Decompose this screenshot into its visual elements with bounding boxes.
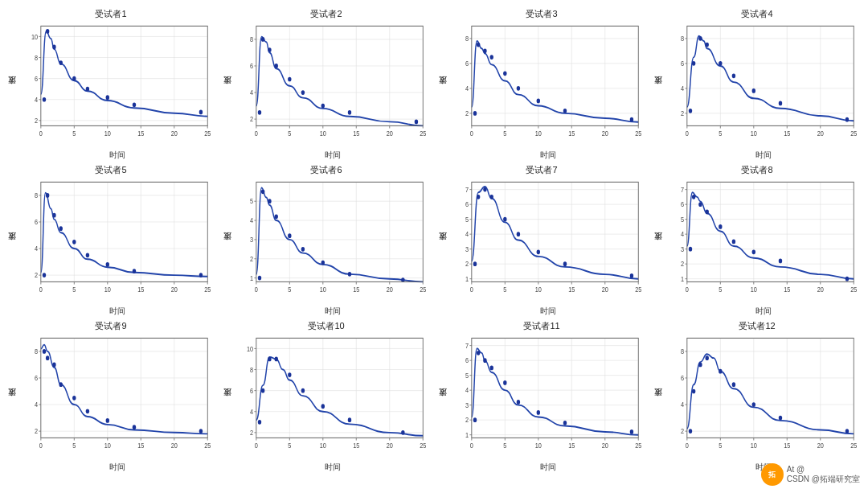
svg-text:5: 5 bbox=[503, 441, 506, 450]
plot-1: 0510152025246810 bbox=[19, 21, 215, 149]
svg-point-296 bbox=[503, 217, 506, 222]
svg-text:2: 2 bbox=[465, 109, 469, 117]
svg-text:4: 4 bbox=[465, 385, 469, 394]
svg-point-42 bbox=[199, 110, 203, 115]
svg-point-164 bbox=[779, 101, 782, 106]
svg-point-385 bbox=[52, 363, 55, 368]
svg-text:10: 10 bbox=[247, 344, 253, 353]
svg-point-202 bbox=[72, 240, 76, 244]
svg-point-199 bbox=[46, 193, 49, 198]
svg-text:25: 25 bbox=[850, 285, 857, 294]
plot-11: 05101520251234567 bbox=[450, 333, 646, 461]
svg-text:5: 5 bbox=[681, 215, 684, 224]
chart-cell-11: 受试者11浓度05101520251234567时间 bbox=[434, 318, 649, 475]
svg-point-38 bbox=[72, 76, 76, 81]
svg-text:0: 0 bbox=[686, 285, 689, 294]
svg-text:10: 10 bbox=[320, 129, 326, 138]
svg-point-384 bbox=[46, 355, 49, 360]
svg-text:6: 6 bbox=[465, 59, 469, 68]
svg-point-342 bbox=[689, 247, 692, 252]
svg-point-300 bbox=[630, 273, 633, 278]
plot-7: 05101520251234567 bbox=[450, 177, 646, 305]
svg-text:15: 15 bbox=[568, 441, 575, 450]
svg-point-523 bbox=[732, 382, 735, 387]
svg-text:6: 6 bbox=[681, 373, 684, 382]
x-label-9: 时间 bbox=[19, 462, 215, 473]
svg-point-39 bbox=[86, 87, 89, 92]
svg-point-123 bbox=[563, 109, 567, 113]
x-label-10: 时间 bbox=[235, 462, 431, 473]
svg-point-348 bbox=[752, 249, 755, 254]
svg-point-163 bbox=[752, 88, 755, 93]
svg-text:10: 10 bbox=[751, 285, 757, 294]
svg-point-525 bbox=[779, 416, 782, 421]
svg-point-119 bbox=[490, 55, 493, 60]
chart-title-8: 受试者8 bbox=[741, 164, 772, 176]
chart-title-12: 受试者12 bbox=[739, 320, 775, 332]
svg-rect-352 bbox=[41, 338, 207, 438]
svg-text:5: 5 bbox=[465, 371, 469, 380]
svg-rect-167 bbox=[41, 182, 207, 281]
svg-text:10: 10 bbox=[104, 441, 111, 450]
svg-point-206 bbox=[199, 273, 203, 277]
chart-cell-3: 受试者3浓度05101520252468时间 bbox=[434, 6, 649, 162]
svg-point-158 bbox=[692, 61, 695, 66]
svg-point-428 bbox=[261, 388, 264, 393]
chart-cell-10: 受试者10浓度0510152025246810时间 bbox=[219, 318, 434, 475]
svg-point-244 bbox=[268, 199, 271, 203]
svg-text:15: 15 bbox=[784, 285, 790, 294]
svg-rect-208 bbox=[256, 182, 423, 281]
chart-cell-9: 受试者9浓度05101520252468时间 bbox=[3, 318, 219, 475]
svg-point-242 bbox=[258, 276, 261, 281]
svg-text:5: 5 bbox=[288, 285, 291, 294]
svg-text:2: 2 bbox=[35, 426, 38, 435]
svg-text:10: 10 bbox=[104, 285, 111, 294]
svg-text:5: 5 bbox=[719, 441, 722, 450]
svg-text:6: 6 bbox=[250, 61, 253, 70]
svg-point-427 bbox=[258, 420, 261, 425]
svg-point-295 bbox=[490, 195, 493, 199]
plot-5: 05101520252468 bbox=[19, 177, 215, 305]
svg-text:15: 15 bbox=[568, 285, 575, 294]
svg-point-40 bbox=[106, 95, 109, 100]
svg-point-349 bbox=[779, 259, 782, 264]
svg-text:5: 5 bbox=[503, 129, 506, 138]
svg-text:3: 3 bbox=[681, 244, 684, 253]
svg-text:20: 20 bbox=[171, 441, 178, 450]
svg-point-389 bbox=[106, 418, 109, 423]
svg-text:10: 10 bbox=[31, 32, 38, 41]
svg-point-198 bbox=[43, 273, 46, 277]
svg-point-524 bbox=[752, 402, 755, 407]
x-label-8: 时间 bbox=[665, 306, 862, 317]
svg-text:25: 25 bbox=[850, 441, 857, 450]
svg-point-157 bbox=[689, 109, 692, 113]
svg-text:2: 2 bbox=[35, 270, 38, 279]
svg-point-76 bbox=[261, 37, 264, 42]
svg-text:4: 4 bbox=[35, 244, 38, 253]
svg-point-200 bbox=[52, 213, 55, 218]
svg-text:2: 2 bbox=[250, 428, 253, 437]
svg-text:1: 1 bbox=[681, 274, 684, 283]
chart-title-10: 受试者10 bbox=[308, 320, 344, 332]
svg-text:2: 2 bbox=[250, 114, 253, 123]
svg-point-344 bbox=[698, 202, 702, 207]
svg-point-386 bbox=[59, 382, 63, 387]
svg-point-482 bbox=[517, 400, 520, 405]
chart-cell-1: 受试者1浓度0510152025246810时间 bbox=[3, 6, 219, 162]
svg-text:0: 0 bbox=[39, 441, 43, 450]
svg-point-124 bbox=[630, 117, 633, 122]
svg-text:10: 10 bbox=[751, 129, 757, 138]
svg-point-479 bbox=[483, 358, 486, 363]
svg-text:0: 0 bbox=[686, 129, 689, 138]
svg-point-41 bbox=[133, 102, 136, 107]
svg-text:20: 20 bbox=[171, 285, 178, 294]
svg-point-243 bbox=[261, 189, 264, 194]
svg-text:15: 15 bbox=[353, 285, 359, 294]
svg-text:25: 25 bbox=[420, 441, 426, 450]
x-label-5: 时间 bbox=[19, 306, 215, 317]
svg-text:25: 25 bbox=[635, 129, 641, 138]
svg-text:20: 20 bbox=[602, 441, 608, 450]
chart-title-3: 受试者3 bbox=[526, 8, 557, 20]
svg-text:2: 2 bbox=[681, 259, 684, 268]
svg-point-345 bbox=[706, 210, 709, 215]
